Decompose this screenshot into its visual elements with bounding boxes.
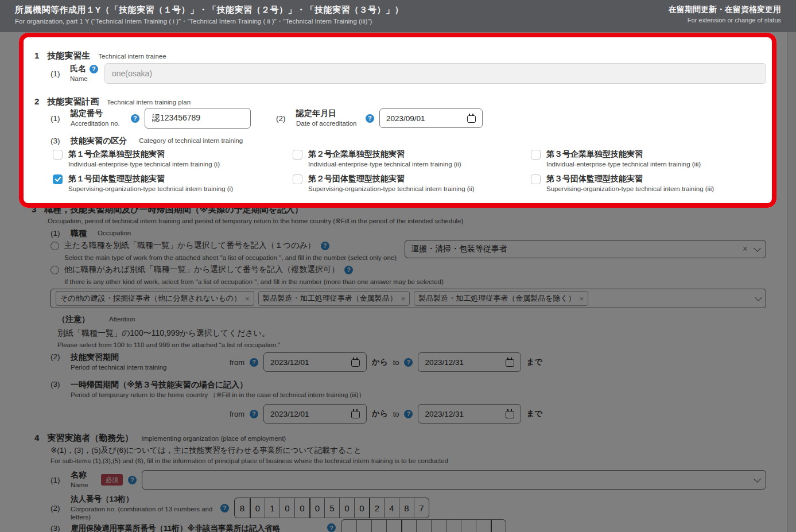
emp-insurance-row: (3) 雇用保険適用事業所番号（11桁）※非該当事業所は記入省略	[51, 519, 506, 532]
help-icon[interactable]	[404, 410, 413, 418]
accreditation-no-label-jp: 認定番号	[71, 108, 126, 119]
help-icon[interactable]	[250, 358, 258, 367]
training-period-label-en: Period of technical intern training	[71, 364, 167, 372]
accreditation-no-input[interactable]	[145, 108, 251, 129]
checkbox-supervising-i[interactable]: 第１号団体監理型技能実習 Supervising-organization-ty…	[53, 174, 293, 193]
vertical-scrollbar[interactable]	[787, 32, 796, 532]
calendar-icon[interactable]	[506, 359, 514, 367]
corp-no-cells[interactable]: 8 0 1 0 0 0 5 0 0 2 4 8 7	[234, 498, 429, 518]
org-name-select[interactable]	[142, 470, 766, 490]
training-period-row: (2) 技能実習期間 Period of technical intern tr…	[51, 352, 766, 375]
help-icon[interactable]	[327, 523, 336, 532]
section4-note-jp: ※(1)，(3)，(5)及び(6)については，主に技能実習を行わせる事業所につい…	[51, 445, 362, 456]
section2-title: 2 技能実習計画 Technical intern training plan	[34, 96, 191, 107]
help-icon[interactable]	[220, 504, 229, 512]
other-occupation-multiselect[interactable]: その他の建設・採掘従事者（他に分類されないもの） × 製品製造・加工処理従事者（…	[51, 289, 766, 308]
section1-title-jp: 技能実習生	[47, 51, 90, 61]
main-occupation-radio-row: 主たる職種を別紙「職種一覧」から選択して番号を記入（１つのみ）	[51, 240, 329, 251]
checkbox-icon[interactable]	[293, 174, 302, 184]
field-no: (1)	[51, 114, 65, 123]
checkbox-supervising-ii[interactable]: 第２号団体監理型技能実習 Supervising-organization-ty…	[293, 174, 531, 193]
training-period-to-input[interactable]: 2023/12/31	[418, 352, 521, 372]
other-occupation-radio[interactable]	[51, 266, 59, 274]
section1-title: 1 技能実習生 Technical intern trainee	[34, 51, 166, 61]
category-label-en: Category of technical intern training	[139, 137, 243, 145]
section4-title-jp: 実習実施者（勤務先）	[47, 433, 133, 444]
main-occupation-radio[interactable]	[51, 242, 59, 250]
help-icon[interactable]	[90, 65, 98, 73]
checkbox-individual-ii[interactable]: 第２号企業単独型技能実習 Individual-enterprise-type …	[293, 149, 531, 168]
tag-remove-icon[interactable]: ×	[580, 295, 584, 302]
section3-title: 3 職種，技能実習期間及び一時帰国期間（※実際の予定期間を記入） Occupat…	[32, 204, 766, 226]
name-label-jp: 氏名	[70, 64, 100, 74]
occupation-tag: 製品製造・加工処理従事者（金属製品） ×	[258, 291, 410, 306]
help-icon[interactable]	[404, 358, 413, 367]
chevron-down-icon[interactable]	[755, 294, 762, 301]
help-icon[interactable]	[131, 114, 139, 123]
occupation-tag: その他の建設・採掘従事者（他に分類されないもの） ×	[56, 291, 254, 306]
checkbox-icon[interactable]	[293, 150, 302, 160]
required-badge: 必須	[101, 474, 123, 486]
field-no: (1)	[51, 69, 65, 78]
temporary-return-row: (3) 一時帰国期間（※第３号技能実習の場合に記入） Period of tem…	[51, 380, 766, 399]
name-label-en: Name	[70, 75, 100, 83]
emp-insurance-cells[interactable]	[341, 519, 506, 532]
trainee-name-input[interactable]	[104, 63, 766, 84]
other-occupation-radio-row: 他に職種があれば別紙「職種一覧」から選択して番号を記入（複数選択可）	[51, 265, 353, 275]
checkbox-icon[interactable]	[531, 174, 541, 184]
section1-number: 1	[34, 51, 39, 60]
tag-remove-icon[interactable]: ×	[245, 295, 250, 302]
org-name-label-jp: 名称	[71, 470, 96, 480]
temporary-return-from-input[interactable]: 2023/12/01	[263, 404, 367, 424]
section4-title: 4 実習実施者（勤務先） Implementing organization (…	[34, 433, 286, 444]
attention-note-jp: 別紙「職種一覧」の100〜110,999から選択してください。	[57, 328, 270, 339]
help-icon[interactable]	[344, 266, 353, 274]
main-occupation-select[interactable]: 運搬・清掃・包装等従事者 ×	[405, 240, 766, 258]
temporary-return-dates: from 2023/12/01 から to 2023/12/31 まで	[230, 404, 542, 424]
tag-remove-icon[interactable]: ×	[401, 295, 406, 302]
temporary-return-label-jp: 一時帰国期間（※第３号技能実習の場合に記入）	[71, 380, 365, 390]
chevron-down-icon[interactable]	[754, 475, 761, 483]
form-title-jp: 所属機関等作成用１Y（「技能実習（１号）」・「技能実習（２号）」・「技能実習（３…	[15, 5, 403, 15]
occupation-tag: 製品製造・加工処理従事者（金属製品を除く） ×	[414, 291, 588, 306]
checkbox-individual-i[interactable]: 第１号企業単独型技能実習 Individual-enterprise-type …	[53, 149, 293, 168]
accreditation-date-input[interactable]: 2023/09/01	[379, 108, 483, 128]
calendar-icon[interactable]	[351, 359, 360, 367]
checkbox-supervising-iii[interactable]: 第３号団体監理型技能実習 Supervising-organization-ty…	[531, 174, 773, 193]
calendar-icon[interactable]	[351, 411, 360, 418]
temporary-return-to-input[interactable]: 2023/12/31	[418, 404, 521, 424]
help-icon[interactable]	[321, 242, 329, 250]
calendar-icon[interactable]	[467, 115, 476, 123]
checkbox-icon[interactable]	[53, 174, 63, 184]
form-page: 1 技能実習生 Technical intern trainee (1) 氏名 …	[0, 32, 796, 532]
corp-no-row: (2) 法人番号（13桁） Corporation no. (combinati…	[51, 495, 429, 521]
section2-number: 2	[34, 96, 39, 106]
help-icon[interactable]	[128, 476, 137, 484]
section4-number: 4	[34, 433, 39, 442]
training-period-from-input[interactable]: 2023/12/01	[263, 352, 367, 372]
section4-note-en: For sub-items (1),(3),(5) and (6), fill …	[51, 457, 448, 465]
org-name-label-en: Name	[71, 481, 96, 490]
form-title-right: 在留期間更新・在留資格変更用 For extension or change o…	[669, 5, 781, 24]
accreditation-no-label-en: Accreditation no.	[71, 120, 126, 128]
org-name-row: (1) 名称 Name 必須	[51, 470, 766, 490]
section4-title-en: Implementing organization (place of empl…	[141, 435, 286, 442]
form-title-bar: 所属機関等作成用１Y（「技能実習（１号）」・「技能実習（２号）」・「技能実習（３…	[0, 0, 796, 32]
clear-icon[interactable]: ×	[743, 244, 748, 254]
other-occupation-label-jp: 他に職種があれば別紙「職種一覧」から選択して番号を記入（複数選択可）	[64, 265, 339, 275]
help-icon[interactable]	[366, 114, 374, 123]
occupation-label-row: (1) 職種 Occupation	[51, 228, 131, 239]
checkbox-icon[interactable]	[53, 150, 63, 160]
corp-no-label-jp: 法人番号（13桁）	[71, 495, 215, 504]
chevron-down-icon[interactable]	[754, 244, 761, 252]
calendar-icon[interactable]	[506, 411, 514, 418]
category-label-row: (3) 技能実習の区分 Category of technical intern…	[51, 136, 243, 146]
checkbox-individual-iii[interactable]: 第３号企業単独型技能実習 Individual-enterprise-type …	[531, 149, 773, 168]
checkbox-icon[interactable]	[531, 150, 541, 160]
form-title-en: For organization, part 1 Y ("Technical I…	[15, 17, 403, 26]
help-icon[interactable]	[250, 410, 258, 418]
category-label-jp: 技能実習の区分	[71, 136, 127, 146]
form-title-left: 所属機関等作成用１Y（「技能実習（１号）」・「技能実習（２号）」・「技能実習（３…	[15, 5, 403, 26]
occupation-label-en: Occupation	[98, 230, 131, 238]
accreditation-row: (1) 認定番号 Accreditation no. (2) 認定年月日 Dat…	[51, 108, 483, 129]
